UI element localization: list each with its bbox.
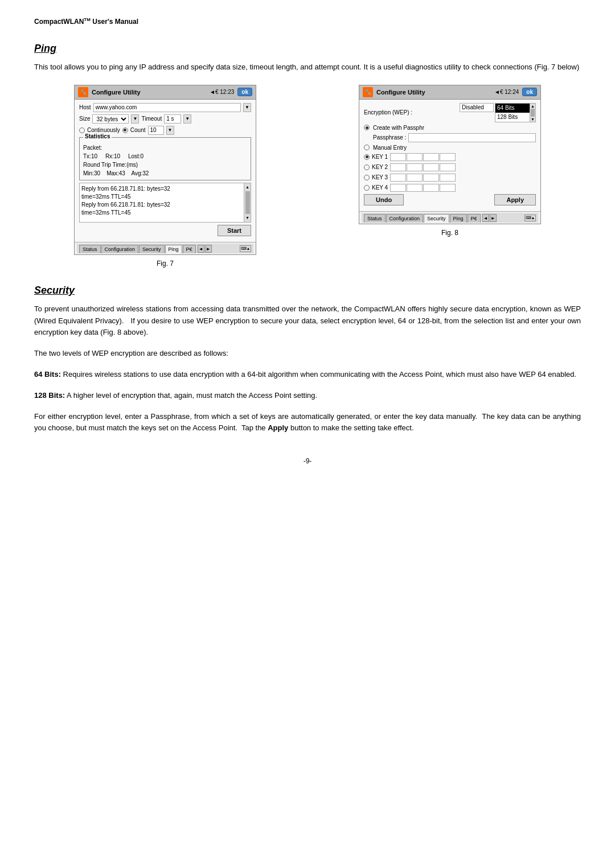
fig8-tab-status[interactable]: Status xyxy=(364,214,386,223)
fig7-size-row: Size 32 bytes ▼ Timeout ▼ xyxy=(79,114,251,124)
fig8-tab-configuration[interactable]: Configuration xyxy=(386,214,424,223)
fig7-count-input[interactable] xyxy=(148,126,164,135)
fig8-key1-input1[interactable] xyxy=(390,153,406,161)
fig8-passphrase-radio[interactable] xyxy=(364,125,370,130)
fig7-host-input[interactable] xyxy=(93,103,241,112)
fig7-timeout-input[interactable] xyxy=(164,114,181,124)
fig8-key3-input3[interactable] xyxy=(423,174,439,182)
fig8-key3-row: KEY 3 xyxy=(364,174,536,182)
brand-name: CompactWLAN xyxy=(34,18,84,26)
fig7-log-scrollbar[interactable]: ▲ ▼ xyxy=(244,183,251,222)
fig7-tab-ping[interactable]: Ping xyxy=(165,245,182,253)
fig7-count-dropdown[interactable]: ▼ xyxy=(166,126,174,135)
fig8-key3-input1[interactable] xyxy=(390,174,406,182)
fig7-start-btn[interactable]: Start xyxy=(218,225,251,236)
security-64bits-bold: 64 Bits: xyxy=(34,370,61,379)
fig8-title: Configure Utility xyxy=(376,89,491,96)
fig8-ok-btn[interactable]: ok xyxy=(522,88,537,96)
fig7-title: Configure Utility xyxy=(92,89,206,96)
fig8-tab-arrow-right[interactable]: ► xyxy=(490,214,497,222)
fig8-apply-btn[interactable]: Apply xyxy=(494,194,536,205)
security-section-title: Security xyxy=(34,285,581,297)
fig8-tab-security[interactable]: Security xyxy=(424,214,449,223)
fig7-tab-arrow-left[interactable]: ◄ xyxy=(198,245,204,253)
fig8-manual-radio[interactable] xyxy=(364,145,370,150)
fig8-key3-input2[interactable] xyxy=(407,174,423,182)
fig7-tab-p[interactable]: P€ xyxy=(183,245,196,253)
fig7-host-dropdown[interactable]: ▼ xyxy=(243,103,251,112)
fig7-continuously-label: Continuously xyxy=(87,127,120,133)
fig8-key4-input1[interactable] xyxy=(390,184,406,192)
security-128bits-bold: 128 Bits: xyxy=(34,391,65,400)
fig8-tabs: Status Configuration Security Ping P€ ◄ … xyxy=(362,213,538,223)
fig7-tab-status[interactable]: Status xyxy=(79,245,101,253)
figures-row: 🔧 Configure Utility ◄€ 12:23 ok Host ▼ S… xyxy=(34,85,581,268)
fig7-log-line-1: Reply from 66.218.71.81: bytes=32 xyxy=(81,185,249,193)
ping-description: This tool allows you to ping any IP addr… xyxy=(34,61,581,73)
fig8-key4-input4[interactable] xyxy=(440,184,456,192)
fig7-tab-security[interactable]: Security xyxy=(139,245,165,253)
fig8-key2-input2[interactable] xyxy=(407,163,423,171)
fig8-key3-inputs xyxy=(390,174,456,182)
fig7-scroll-thumb[interactable] xyxy=(245,191,250,214)
fig8-encryption-input[interactable]: Disabled xyxy=(460,103,494,112)
security-para-4: 128 Bits: A higher level of encryption t… xyxy=(34,390,581,402)
fig7-size-dropdown[interactable]: ▼ xyxy=(131,114,139,124)
fig7-continuously-radio[interactable] xyxy=(79,127,85,133)
fig8-key1-label: KEY 1 xyxy=(372,154,388,160)
fig8-passphrase-input-label: Passphrase : xyxy=(373,134,406,141)
fig8-keyboard-icon[interactable]: ⌨▲ xyxy=(524,215,536,221)
fig8-key4-input3[interactable] xyxy=(423,184,439,192)
fig8-undo-apply-row: Undo Apply xyxy=(364,194,536,205)
fig7-timeout-dropdown[interactable]: ▼ xyxy=(183,114,191,124)
fig7-keyboard-icon[interactable]: ⌨▲ xyxy=(240,245,251,252)
fig8-undo-btn[interactable]: Undo xyxy=(364,194,404,205)
fig8-tab-ping[interactable]: Ping xyxy=(450,214,467,223)
fig7-titlebar: 🔧 Configure Utility ◄€ 12:23 ok xyxy=(75,85,256,100)
fig7-log-line-3: Reply from 66.218.71.81: bytes=32 xyxy=(81,201,249,209)
fig8-tab-arrow-left[interactable]: ◄ xyxy=(482,214,489,222)
fig8-key1-radio[interactable] xyxy=(364,154,370,160)
fig8-key3-radio[interactable] xyxy=(364,175,370,180)
fig8-key4-radio[interactable] xyxy=(364,185,370,191)
fig8-key1-input2[interactable] xyxy=(407,153,423,161)
fig8-list-scroll-thumb[interactable] xyxy=(531,109,535,117)
manual-header: CompactWLANTM User's Manual xyxy=(34,17,581,26)
fig7-log-line-2: time=32ms TTL=45 xyxy=(81,193,249,201)
fig7-size-label: Size xyxy=(79,116,90,122)
fig8-key2-input3[interactable] xyxy=(423,163,439,171)
security-section: Security To prevent unauthorized wireles… xyxy=(34,285,581,434)
fig8-key1-row: KEY 1 xyxy=(364,153,536,161)
ping-section-title: Ping xyxy=(34,43,581,55)
fig7-statistics-box: Statistics Packet: Tx:10 Rx:10 Lost:0 Ro… xyxy=(79,137,251,180)
fig8-caption: Fig. 8 xyxy=(441,229,458,237)
fig7-scroll-up[interactable]: ▲ xyxy=(245,184,249,190)
fig7-tab-configuration[interactable]: Configuration xyxy=(101,245,139,253)
fig7-size-select[interactable]: 32 bytes xyxy=(92,114,129,124)
fig7-time: ◄€ 12:23 xyxy=(210,89,234,95)
fig7-scroll-down[interactable]: ▼ xyxy=(245,215,249,221)
fig8-passphrase-input[interactable] xyxy=(408,133,536,142)
fig8-list-scroll-up[interactable]: ▲ xyxy=(531,104,535,108)
fig7-caption: Fig. 7 xyxy=(157,260,174,268)
fig8-tab-arrows: ◄ ► xyxy=(482,214,497,222)
fig8-key2-input1[interactable] xyxy=(390,163,406,171)
fig7-tab-arrow-right[interactable]: ► xyxy=(205,245,212,253)
fig7-ok-btn[interactable]: ok xyxy=(237,88,252,96)
fig8-key1-input3[interactable] xyxy=(423,153,439,161)
fig8-encryption-label: Encryption (WEP) : xyxy=(364,109,412,116)
fig8-key2-radio[interactable] xyxy=(364,164,370,170)
fig8-key2-label: KEY 2 xyxy=(372,164,388,170)
fig7-count-radio[interactable] xyxy=(122,127,128,133)
security-apply-bold: Apply xyxy=(268,423,288,432)
fig8-icon: 🔧 xyxy=(363,87,373,97)
fig7-stat-tx: Tx:10 Rx:10 Lost:0 xyxy=(83,152,247,161)
security-para-2: The two levels of WEP encryption are des… xyxy=(34,348,581,360)
fig8-key4-input2[interactable] xyxy=(407,184,423,192)
fig8-list-scroll-down[interactable]: ▼ xyxy=(531,117,535,121)
fig8-key3-input4[interactable] xyxy=(440,174,456,182)
fig8-key2-input4[interactable] xyxy=(440,163,456,171)
fig7-log-line-4: time=32ms TTL=45 xyxy=(81,209,249,217)
fig8-tab-p[interactable]: P€ xyxy=(468,214,481,223)
fig8-key1-input4[interactable] xyxy=(440,153,456,161)
